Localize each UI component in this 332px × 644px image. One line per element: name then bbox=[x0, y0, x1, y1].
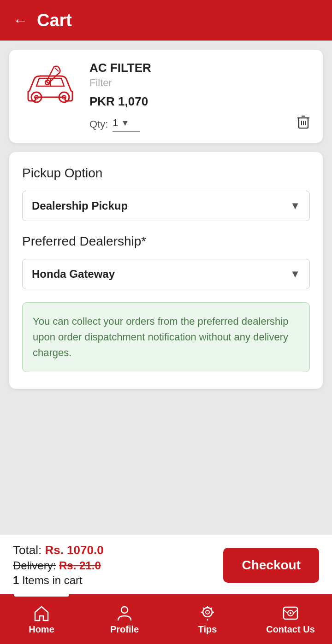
preferred-dealership-dropdown[interactable]: Honda Gateway ▼ bbox=[22, 259, 310, 289]
qty-value: 1 bbox=[113, 117, 118, 129]
items-label: Items in cart bbox=[22, 574, 83, 586]
svg-line-26 bbox=[293, 610, 297, 613]
cart-item-price: PKR 1,070 bbox=[89, 94, 312, 109]
contact-icon bbox=[281, 604, 300, 622]
total-amount: Rs. 1070.0 bbox=[45, 543, 103, 557]
total-label: Total: bbox=[13, 543, 42, 557]
info-box-text: You can collect your orders from the pre… bbox=[33, 316, 288, 358]
qty-selector[interactable]: 1 ▼ bbox=[113, 117, 140, 132]
pickup-option-value: Dealership Pickup bbox=[32, 199, 128, 212]
nav-tips-label: Tips bbox=[198, 624, 217, 635]
cart-item-details: AC FILTER Filter PKR 1,070 Qty: 1 ▼ bbox=[89, 61, 312, 132]
svg-line-20 bbox=[211, 608, 212, 609]
pickup-dropdown-arrow: ▼ bbox=[290, 200, 300, 212]
page-title: Cart bbox=[37, 11, 72, 30]
total-line: Total: Rs. 1070.0 bbox=[13, 543, 104, 557]
items-line: 1 Items in cart bbox=[13, 574, 104, 587]
cart-item-qty: Qty: 1 ▼ bbox=[89, 117, 312, 132]
svg-point-13 bbox=[121, 607, 128, 613]
info-box: You can collect your orders from the pre… bbox=[22, 302, 310, 372]
svg-point-21 bbox=[206, 610, 209, 614]
items-count: 1 bbox=[13, 574, 19, 586]
profile-icon bbox=[115, 604, 134, 622]
delivery-label: Delivery: bbox=[13, 559, 56, 572]
delete-button[interactable] bbox=[295, 113, 312, 132]
nav-item-home[interactable]: Home bbox=[0, 594, 83, 644]
main-content: AC FILTER Filter PKR 1,070 Qty: 1 ▼ bbox=[0, 41, 332, 490]
footer-summary: Total: Rs. 1070.0 Delivery: Rs. 21.0 1 I… bbox=[0, 534, 332, 594]
preferred-dealership-label: Preferred Dealership* bbox=[22, 234, 310, 249]
delivery-line: Delivery: Rs. 21.0 bbox=[13, 559, 104, 572]
svg-line-25 bbox=[284, 610, 288, 613]
nav-item-profile[interactable]: Profile bbox=[83, 594, 166, 644]
svg-point-24 bbox=[290, 612, 291, 614]
nav-profile-label: Profile bbox=[110, 624, 139, 635]
home-icon bbox=[32, 604, 51, 622]
cart-item-image bbox=[20, 61, 80, 111]
preferred-dealership-value: Honda Gateway bbox=[32, 268, 115, 281]
nav-item-contact[interactable]: Contact Us bbox=[249, 594, 332, 644]
cart-item-card: AC FILTER Filter PKR 1,070 Qty: 1 ▼ bbox=[9, 50, 323, 143]
header: ← Cart bbox=[0, 0, 332, 41]
footer-left: Total: Rs. 1070.0 Delivery: Rs. 21.0 1 I… bbox=[13, 543, 104, 587]
cart-item-category: Filter bbox=[89, 77, 312, 89]
svg-line-19 bbox=[203, 608, 204, 609]
nav-item-tips[interactable]: Tips bbox=[166, 594, 249, 644]
nav-contact-label: Contact Us bbox=[266, 624, 315, 635]
pickup-section-label: Pickup Option bbox=[22, 166, 310, 181]
bottom-nav: Home Profile Tips Conta bbox=[0, 594, 332, 644]
preferred-dropdown-arrow: ▼ bbox=[290, 268, 300, 280]
checkout-button[interactable]: Checkout bbox=[223, 548, 319, 583]
pickup-option-dropdown[interactable]: Dealership Pickup ▼ bbox=[22, 191, 310, 221]
car-filter-icon bbox=[23, 63, 78, 109]
qty-label: Qty: bbox=[89, 118, 108, 130]
back-button[interactable]: ← bbox=[13, 12, 28, 29]
cart-item-name: AC FILTER bbox=[89, 61, 312, 75]
svg-line-6 bbox=[55, 68, 59, 71]
delivery-amount: Rs. 21.0 bbox=[59, 559, 101, 572]
tips-icon bbox=[198, 604, 217, 622]
pickup-card: Pickup Option Dealership Pickup ▼ Prefer… bbox=[9, 152, 323, 389]
qty-dropdown-arrow: ▼ bbox=[121, 118, 130, 128]
nav-home-label: Home bbox=[29, 624, 54, 635]
